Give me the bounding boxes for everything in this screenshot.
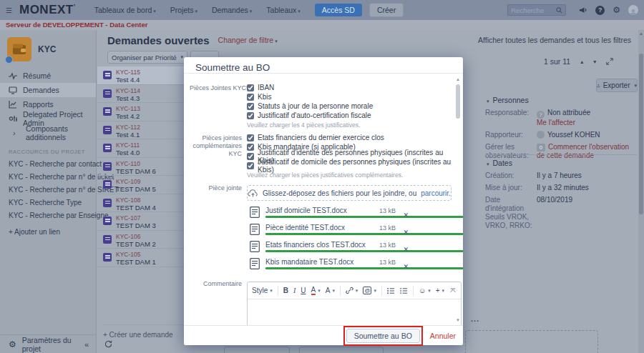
app-logo[interactable]: MONEXT’ — [19, 3, 76, 17]
acces-sd-button[interactable]: Accès SD — [315, 4, 362, 16]
browse-files-link[interactable]: parcourir. — [421, 189, 451, 197]
project-settings[interactable]: ⚙ Paramètres du projet « — [0, 334, 96, 353]
add-shortcut-link[interactable]: + Ajouter un lien — [0, 222, 96, 236]
link-dropdown[interactable]: ▾ — [346, 287, 358, 294]
style-dropdown[interactable]: Style▾ — [252, 287, 273, 294]
file-dropzone[interactable]: Glissez-déposez des fichiers pour les jo… — [247, 185, 452, 201]
issue-key[interactable]: KYC-114 — [116, 87, 140, 94]
attachment-checkbox-row[interactable]: Justificatif d'auto-certification fiscal… — [247, 111, 452, 120]
attachment-checkbox-row[interactable]: Justificatif de domicile des personnes p… — [247, 161, 452, 170]
issue-summary[interactable]: TEST DAM 5 — [116, 185, 156, 193]
issue-summary[interactable]: Test 4.4 — [116, 76, 140, 84]
shortcut-link[interactable]: KYC - Recherche par n° de ticket — [0, 171, 96, 184]
watch-link[interactable]: 0Commencer l'observation de cette demand… — [537, 143, 630, 160]
page-scrollbar[interactable]: ▲ — [638, 30, 644, 353]
attachment-checkbox[interactable] — [247, 84, 254, 91]
scroll-up-icon[interactable]: ▲ — [639, 31, 643, 36]
issue-summary[interactable]: Test 4.2 — [116, 112, 140, 120]
people-section-header[interactable]: ▾Personnes — [485, 96, 639, 104]
insert-more-dropdown[interactable]: +▾ — [436, 287, 444, 294]
attachment-checkbox[interactable] — [247, 162, 254, 169]
export-button[interactable]: Exporter ▾ — [596, 79, 638, 92]
show-all-filters-link[interactable]: Afficher toutes les demandes et tous les… — [478, 36, 631, 44]
collapse-sidebar-icon[interactable]: « — [84, 340, 89, 349]
remove-file-icon[interactable]: ✕ — [403, 246, 409, 253]
numbered-list-button[interactable] — [400, 287, 408, 294]
announcement-icon[interactable] — [579, 6, 587, 14]
change-filter-link[interactable]: Changer de filtre▾ — [218, 36, 278, 44]
refresh-icon[interactable] — [104, 340, 112, 348]
remove-file-icon[interactable]: ✕ — [403, 229, 409, 236]
issue-summary[interactable]: TEST DAM 2 — [116, 240, 156, 248]
user-avatar[interactable] — [628, 5, 638, 15]
issue-summary[interactable]: Test 4.1 — [116, 131, 140, 139]
underline-button[interactable]: U — [301, 287, 306, 294]
issue-key[interactable]: KYC-115 — [116, 69, 140, 76]
nav-boards[interactable]: Tableaux▾ — [260, 6, 306, 14]
italic-button[interactable]: I — [293, 287, 296, 294]
previous-issue-icon[interactable]: ▴ — [580, 59, 583, 65]
attachment-checkbox[interactable] — [247, 112, 254, 119]
sidebar-item-delegated-admin[interactable]: Delegated Project Admin — [0, 111, 96, 126]
issue-summary[interactable]: Test 4.3 — [116, 94, 140, 102]
issue-summary[interactable]: TEST DAM 4 — [116, 204, 156, 212]
cancel-link[interactable]: Annuler — [430, 332, 456, 340]
issue-key[interactable]: KYC-106 — [116, 233, 141, 240]
issue-key[interactable]: KYC-113 — [116, 105, 140, 112]
next-issue-icon[interactable]: ▾ — [593, 59, 596, 65]
emoji-dropdown[interactable]: ☺▾ — [419, 287, 431, 294]
project-header[interactable]: KYC — [0, 30, 96, 69]
attachment-checkbox-row[interactable]: Etats financiers du dernier exercice clo… — [247, 133, 452, 142]
dialog-scrollbar[interactable]: ▲ ▼ — [455, 77, 461, 322]
nav-projects[interactable]: Projets▾ — [165, 6, 203, 14]
bold-button[interactable]: B — [283, 287, 288, 294]
attachment-checkbox[interactable] — [247, 94, 254, 101]
issue-key[interactable]: KYC-112 — [116, 124, 140, 131]
app-switcher-icon[interactable]: ☰ — [6, 6, 12, 14]
order-by-select[interactable]: Organiser par Priorité ▾ — [107, 51, 187, 64]
settings-gear-icon[interactable]: ⚙ — [613, 6, 620, 14]
remove-file-icon[interactable]: ✕ — [403, 263, 409, 270]
text-color-dropdown[interactable]: A▾ — [311, 287, 321, 295]
assignee-value[interactable]: ?Non attribuéeMe l'affecter — [537, 109, 630, 127]
attachment-checkbox[interactable] — [247, 134, 254, 141]
nav-issues[interactable]: Demandes▾ — [206, 6, 258, 14]
issue-key[interactable]: KYC-110 — [116, 160, 140, 167]
create-button[interactable]: Créer — [369, 3, 404, 17]
search-input[interactable]: Recherche — [507, 4, 566, 16]
attachment-checkbox-row[interactable]: IBAN — [247, 83, 452, 92]
sidebar-item-composants[interactable]: › Composants additionnels — [0, 126, 96, 140]
sidebar-item-rapports[interactable]: Rapports — [0, 97, 96, 111]
issue-summary[interactable]: TEST DAM 6 — [116, 167, 156, 175]
attachment-checkbox[interactable] — [247, 153, 254, 160]
issue-summary[interactable]: Test 4.0 — [116, 149, 140, 156]
issue-key[interactable]: KYC-111 — [116, 141, 140, 149]
nav-dashboards[interactable]: Tableaux de bord▾ — [89, 6, 162, 14]
scroll-down-icon[interactable]: ▼ — [456, 318, 460, 322]
remove-file-icon[interactable]: ✕ — [403, 212, 409, 219]
comment-textarea[interactable] — [248, 299, 461, 325]
issue-key[interactable]: KYC-108 — [116, 197, 141, 204]
mention-dropdown[interactable]: @▾ — [363, 287, 376, 294]
scrollbar-thumb[interactable] — [639, 54, 643, 214]
issue-key[interactable]: KYC-107 — [116, 214, 141, 222]
scroll-up-icon[interactable]: ▲ — [456, 77, 460, 81]
more-actions-icon[interactable]: ... — [471, 314, 479, 323]
reporter-value[interactable]: Youssef KOHEN — [537, 131, 630, 139]
attachment-checkbox[interactable] — [247, 144, 254, 151]
issue-key[interactable]: KYC-105 — [116, 251, 141, 258]
submit-bo-button[interactable]: Soumettre au BO — [346, 329, 420, 343]
sidebar-item-demandes[interactable]: Demandes — [0, 83, 96, 97]
attachment-checkbox-row[interactable]: Statuts à jour de la personne morale — [247, 101, 452, 111]
shortcut-link[interactable]: KYC - Recherche par contact — [0, 158, 96, 171]
shortcut-link[interactable]: KYC - Recherche Type — [0, 197, 96, 209]
help-icon[interactable]: ? — [595, 6, 605, 15]
issue-summary[interactable]: TEST DAM 1 — [116, 258, 156, 266]
sidebar-item-resume[interactable]: Résumé — [0, 69, 96, 83]
issue-summary[interactable]: TEST DAM 3 — [116, 222, 156, 229]
bullet-list-button[interactable] — [387, 287, 395, 294]
assign-me-link[interactable]: Me l'affecter — [537, 119, 575, 126]
attachment-checkbox[interactable] — [247, 103, 254, 110]
scrollbar-thumb[interactable] — [456, 84, 460, 119]
attachment-checkbox-row[interactable]: Kbis — [247, 92, 452, 101]
